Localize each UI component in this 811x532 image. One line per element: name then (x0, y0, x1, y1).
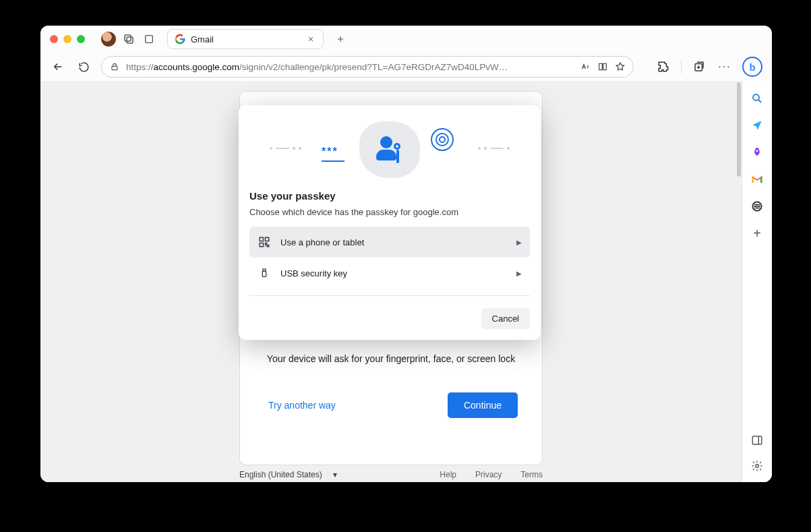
option-usb-key[interactable]: USB security key ▶ (249, 258, 530, 289)
usb-key-icon (258, 266, 271, 280)
qr-icon (258, 235, 271, 249)
svg-point-10 (753, 94, 759, 100)
svg-rect-1 (127, 37, 133, 43)
divider (249, 295, 530, 296)
continue-button[interactable]: Continue (448, 392, 518, 418)
passkey-dialog: *** Use your passkey Choose which device… (239, 105, 541, 340)
try-another-way-button[interactable]: Try another way (264, 392, 340, 418)
window-minimize-button[interactable] (63, 35, 71, 43)
browser-tab[interactable]: Gmail (167, 29, 324, 49)
person-key-icon (376, 136, 403, 163)
dialog-title: Use your passkey (249, 190, 530, 202)
read-aloud-icon[interactable] (579, 61, 591, 73)
url-host: accounts.google.com (154, 62, 240, 72)
svg-rect-2 (146, 36, 153, 43)
new-tab-button[interactable] (333, 32, 348, 47)
sidebar-tools-icon[interactable] (749, 144, 765, 160)
tab-overview-icon[interactable] (142, 32, 156, 47)
content-area: Your device will ask for your fingerprin… (40, 81, 772, 482)
footer: English (United States) ▾ Help Privacy T… (239, 470, 543, 482)
language-selector[interactable]: English (United States) ▾ (239, 470, 337, 479)
chevron-right-icon: ▶ (516, 239, 522, 246)
svg-rect-9 (263, 269, 266, 271)
bing-chat-button[interactable]: b (742, 57, 762, 77)
extensions-icon[interactable] (655, 59, 671, 75)
sidebar-send-icon[interactable] (749, 117, 765, 134)
sidebar-app-icon[interactable] (749, 198, 765, 214)
svg-rect-3 (112, 66, 117, 69)
reader-mode-icon[interactable] (597, 61, 609, 73)
profile-avatar[interactable] (101, 32, 116, 47)
sidebar-gmail-icon[interactable] (749, 171, 765, 187)
option-usb-label: USB security key (280, 268, 347, 278)
url-path: /signin/v2/challenge/pk/presend?TL=AG7eR… (239, 62, 508, 72)
footer-links: Help Privacy Terms (440, 470, 543, 479)
svg-point-11 (756, 150, 758, 152)
cancel-button[interactable]: Cancel (481, 308, 530, 329)
back-button[interactable] (50, 59, 66, 75)
dialog-subtitle: Choose which device has the passkey for … (249, 207, 530, 217)
svg-rect-0 (125, 35, 131, 41)
fingerprint-icon (431, 128, 454, 151)
chevron-right-icon: ▶ (516, 270, 522, 277)
help-link[interactable]: Help (440, 470, 456, 479)
separator (681, 60, 682, 73)
edge-sidebar: + (742, 81, 772, 482)
terms-link[interactable]: Terms (520, 470, 543, 479)
tab-title: Gmail (191, 34, 300, 45)
google-favicon-icon (175, 34, 185, 45)
browser-window: Gmail https://accounts.google.com/signin… (40, 26, 772, 482)
svg-rect-5 (260, 237, 263, 241)
workspaces-icon[interactable] (121, 32, 136, 47)
sidebar-add-button[interactable]: + (749, 225, 765, 241)
sidebar-toggle-icon[interactable] (749, 432, 765, 448)
card-body-text: Your device will ask for your fingerprin… (267, 353, 515, 364)
language-label: English (United States) (239, 470, 322, 479)
svg-rect-7 (260, 243, 263, 247)
card-actions: Try another way Continue (264, 392, 518, 418)
address-url: https://accounts.google.com/signin/v2/ch… (126, 62, 574, 72)
privacy-link[interactable]: Privacy (475, 470, 502, 479)
sidebar-settings-icon[interactable] (749, 458, 765, 474)
svg-rect-8 (262, 271, 266, 276)
bing-b-icon: b (749, 61, 755, 73)
sidebar-search-icon[interactable] (749, 90, 765, 107)
dialog-actions: Cancel (249, 308, 530, 329)
site-lock-icon[interactable] (109, 61, 121, 73)
collections-icon[interactable] (691, 59, 707, 75)
toolbar-right: ··· b (655, 57, 762, 77)
dropdown-caret-icon: ▾ (333, 470, 337, 479)
svg-rect-6 (266, 237, 269, 241)
url-prefix: https:// (126, 62, 154, 72)
window-controls (50, 35, 85, 43)
password-stars-icon: *** (322, 146, 344, 162)
svg-rect-14 (752, 436, 762, 444)
titlebar: Gmail (40, 26, 772, 53)
window-close-button[interactable] (50, 35, 58, 43)
dialog-illustration: *** (249, 117, 530, 182)
svg-point-15 (756, 465, 759, 468)
address-bar[interactable]: https://accounts.google.com/signin/v2/ch… (101, 56, 634, 78)
more-menu-icon[interactable]: ··· (717, 59, 733, 75)
dialog-options: Use a phone or tablet ▶ USB security key… (249, 227, 530, 296)
favorite-icon[interactable] (614, 61, 626, 73)
reload-button[interactable] (76, 59, 92, 75)
option-phone-tablet[interactable]: Use a phone or tablet ▶ (249, 227, 530, 258)
scrollbar-thumb[interactable] (737, 82, 741, 177)
tab-close-button[interactable] (305, 34, 316, 45)
page-scrollbar[interactable] (736, 81, 742, 482)
option-phone-label: Use a phone or tablet (280, 237, 364, 247)
toolbar: https://accounts.google.com/signin/v2/ch… (40, 53, 772, 81)
window-maximize-button[interactable] (77, 35, 85, 43)
